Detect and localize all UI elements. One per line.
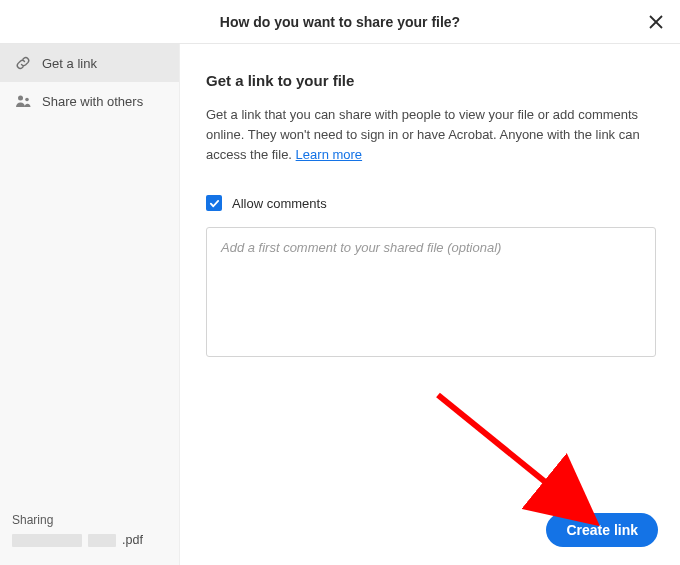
sharing-label: Sharing — [12, 513, 167, 527]
sidebar-item-label: Share with others — [42, 94, 143, 109]
allow-comments-label: Allow comments — [232, 196, 327, 211]
allow-comments-checkbox[interactable] — [206, 195, 222, 211]
svg-point-2 — [18, 96, 23, 101]
dialog-title: How do you want to share your file? — [220, 14, 460, 30]
sharing-file-row: .pdf — [12, 533, 167, 547]
sidebar-items: Get a link Share with others — [0, 44, 179, 503]
panel-title: Get a link to your file — [206, 72, 656, 89]
dialog-header: How do you want to share your file? — [0, 0, 680, 44]
description-text: Get a link that you can share with peopl… — [206, 107, 640, 162]
sidebar-item-label: Get a link — [42, 56, 97, 71]
checkmark-icon — [209, 198, 220, 209]
sidebar-sharing-section: Sharing .pdf — [0, 503, 179, 565]
people-icon — [14, 92, 32, 110]
create-link-button[interactable]: Create link — [546, 513, 658, 547]
main-panel: Get a link to your file Get a link that … — [180, 44, 680, 565]
close-button[interactable] — [646, 12, 666, 32]
sidebar-item-get-link[interactable]: Get a link — [0, 44, 179, 82]
first-comment-input[interactable] — [206, 227, 656, 357]
file-extension: .pdf — [122, 533, 143, 547]
allow-comments-row: Allow comments — [206, 195, 656, 211]
sidebar-item-share-others[interactable]: Share with others — [0, 82, 179, 120]
redacted-filename-part — [88, 534, 116, 547]
dialog-body: Get a link Share with others Sharing .p — [0, 44, 680, 565]
link-icon — [14, 54, 32, 72]
svg-point-3 — [25, 98, 29, 102]
sidebar: Get a link Share with others Sharing .p — [0, 44, 180, 565]
panel-description: Get a link that you can share with peopl… — [206, 105, 656, 165]
close-icon — [649, 15, 663, 29]
redacted-filename-part — [12, 534, 82, 547]
learn-more-link[interactable]: Learn more — [296, 147, 362, 162]
